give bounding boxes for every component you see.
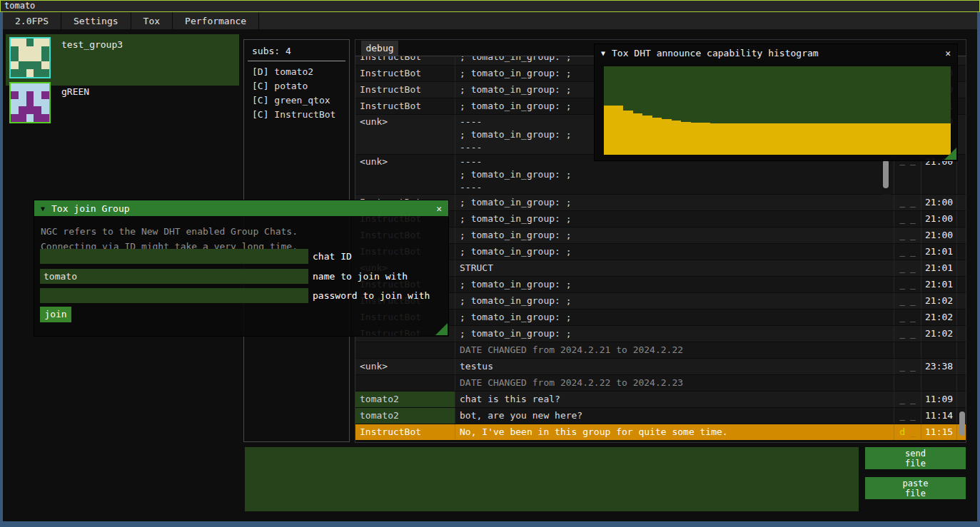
join-password-field[interactable] [40, 288, 308, 303]
dht-histogram-titlebar[interactable]: ▼ Tox DHT announce capability histogram … [595, 44, 957, 61]
histogram-bar [922, 123, 932, 155]
date-changed-text: DATE CHANGED from 2024.2.21 to 2024.2.22 [455, 342, 894, 358]
tab-debug[interactable]: debug [361, 41, 398, 56]
histogram-bar [835, 123, 845, 155]
message-row[interactable]: <unk>testus__23:38 [355, 359, 966, 375]
member-potato[interactable]: [C] potato [244, 79, 349, 93]
scrollbar-thumb[interactable] [883, 160, 889, 188]
message-text: ; tomato_in_group: ; [455, 195, 894, 210]
collapse-arrow-icon[interactable]: ▼ [41, 205, 45, 213]
histogram-bar [826, 123, 836, 155]
histogram-bar [681, 122, 691, 155]
histogram-bar [797, 123, 807, 155]
message-time: 21:01 [921, 277, 957, 292]
histogram-bar [719, 123, 729, 155]
subs-count-label: subs: 4 [252, 46, 349, 56]
histogram-bar [710, 123, 720, 155]
join-button[interactable]: join [40, 307, 71, 322]
resize-grip[interactable] [435, 323, 448, 335]
window-frame-bottom [0, 521, 980, 527]
histogram-bar [816, 123, 826, 155]
histogram-bar [931, 123, 941, 155]
join-name-field[interactable] [40, 269, 308, 284]
member-tomato2[interactable]: [D] tomato2 [244, 65, 349, 79]
menu-performance[interactable]: Performance [173, 12, 259, 29]
chat-scrollbar-thumb[interactable] [959, 411, 965, 436]
histogram-bar [652, 118, 662, 155]
member-instructbot[interactable]: [C] InstructBot [244, 108, 349, 122]
histogram-bar [874, 123, 884, 155]
message-row[interactable]: <unk>----; tomato_in_group: ;----__21:00 [355, 155, 966, 195]
message-time: 21:01 [921, 244, 957, 260]
message-time: 21:00 [921, 211, 957, 227]
send-file-button[interactable]: send file [865, 447, 966, 469]
message-text: ; tomato_in_group: ; [455, 244, 894, 260]
message-text: bot, are you new here? [455, 408, 894, 424]
menu-tox[interactable]: Tox [131, 12, 173, 29]
message-status: __ [894, 392, 921, 407]
close-icon[interactable]: ✕ [945, 48, 951, 58]
date-changed-row: DATE CHANGED from 2024.2.22 to 2024.2.23 [355, 375, 966, 392]
message-text: ; tomato_in_group: ; [455, 227, 894, 243]
message-text: STRUCT [455, 260, 894, 276]
close-icon[interactable]: ✕ [436, 203, 442, 214]
sidebar-item-test-group3[interactable]: test_group3 [6, 34, 239, 86]
message-sender: InstructBot [355, 98, 455, 114]
histogram-bar [729, 123, 739, 155]
message-status: __ [894, 359, 921, 374]
message-sender: InstructBot [355, 424, 455, 440]
message-status: __ [894, 277, 921, 292]
message-text: ; tomato_in_group: ; [455, 277, 894, 292]
message-status: __ [894, 309, 921, 325]
message-status: __ [894, 244, 921, 260]
join-group-titlebar[interactable]: ▼ Tox join Group ✕ [34, 200, 448, 216]
message-text: ----; tomato_in_group: ;---- [455, 155, 894, 194]
histogram-bar [864, 123, 874, 155]
message-text: testus [455, 359, 894, 374]
message-status: __ [894, 195, 921, 210]
histogram-bar [642, 116, 652, 155]
menu-fps: 2.0FPS [3, 12, 61, 29]
chat-id-field[interactable] [40, 249, 308, 264]
message-row[interactable]: tomato2chat is this real?__11:09 [355, 392, 966, 408]
histogram-bar [662, 119, 672, 155]
message-status: __ [894, 211, 921, 227]
message-sender: InstructBot [355, 66, 455, 81]
histogram-bar [884, 123, 894, 155]
message-time: 11:15 [921, 424, 957, 440]
date-changed-text: DATE CHANGED from 2024.2.22 to 2024.2.23 [455, 375, 894, 391]
message-time: 23:38 [921, 359, 957, 374]
sidebar-item-green[interactable]: gREEN [6, 81, 239, 124]
histogram-bar [903, 123, 913, 155]
message-time [921, 375, 957, 391]
message-status: __ [894, 408, 921, 424]
message-row[interactable]: tomato2bot, are you new here?__11:14 [355, 408, 966, 424]
message-status: __ [894, 260, 921, 276]
histogram-bar [758, 123, 768, 155]
group-name: test_group3 [61, 39, 123, 86]
message-input[interactable] [245, 447, 859, 511]
message-status: __ [894, 155, 921, 194]
member-green-qtox[interactable]: [C] green_qtox [244, 93, 349, 108]
message-text: ; tomato_in_group: ; [455, 293, 894, 309]
message-time: 21:00 [921, 227, 957, 243]
menu-settings[interactable]: Settings [61, 12, 131, 29]
group-avatar [9, 82, 51, 123]
message-status: __ [894, 227, 921, 243]
join-desc-line1: NGC refers to the New DHT enabled Group … [41, 226, 298, 237]
dht-histogram-window: ▼ Tox DHT announce capability histogram … [595, 44, 957, 160]
message-sender: <unk> [355, 155, 455, 194]
paste-file-button[interactable]: paste file [865, 477, 966, 499]
join-group-window: ▼ Tox join Group ✕ NGC refers to the New… [34, 200, 448, 336]
date-changed-row: DATE CHANGED from 2024.2.21 to 2024.2.22 [355, 342, 966, 359]
message-row[interactable]: InstructBotNo, I've been in this group f… [355, 424, 966, 441]
message-sender: tomato2 [355, 392, 455, 407]
resize-grip[interactable] [944, 148, 956, 160]
message-text: ; tomato_in_group: ; [455, 326, 894, 342]
dht-capability-histogram-plot [604, 66, 951, 155]
collapse-arrow-icon[interactable]: ▼ [601, 49, 605, 57]
message-sender [355, 342, 455, 358]
message-time: 21:01 [921, 260, 957, 276]
window-titlebar[interactable]: tomato [0, 0, 980, 12]
histogram-bar [893, 123, 903, 155]
